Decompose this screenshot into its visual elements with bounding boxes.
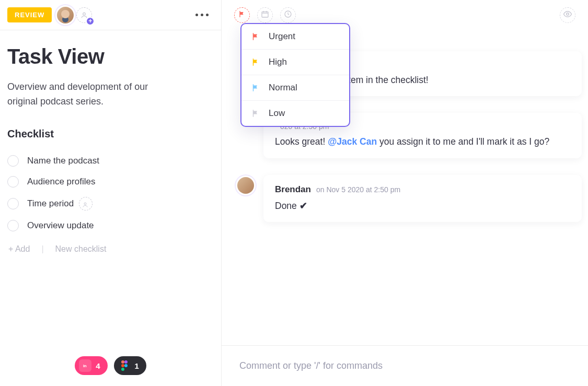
eye-icon	[563, 9, 572, 21]
comment-input[interactable]	[239, 360, 570, 371]
priority-label: Normal	[269, 83, 297, 93]
priority-option-normal[interactable]: Normal	[241, 75, 349, 101]
left-header: REVIEW +	[0, 0, 221, 30]
priority-option-urgent[interactable]: Urgent	[241, 24, 349, 50]
checkbox-icon[interactable]	[7, 198, 19, 209]
attachments-bar: in 4 1	[0, 345, 221, 386]
mention[interactable]: @Jack Can	[328, 136, 377, 147]
invision-attachment-pill[interactable]: in 4	[75, 356, 107, 375]
checkbox-icon[interactable]	[7, 176, 19, 188]
checklist-item[interactable]: Overview update	[7, 215, 214, 236]
checklist-item-label: Name the podcast	[27, 156, 99, 166]
checkmark-icon: ✔	[299, 201, 307, 211]
left-body: Task View Overview and development of ou…	[0, 30, 221, 345]
status-badge[interactable]: REVIEW	[7, 7, 52, 22]
flag-icon	[251, 83, 260, 92]
plus-icon: +	[86, 17, 95, 26]
flag-icon	[251, 32, 260, 41]
page-title: Task View	[7, 45, 214, 68]
figma-count: 1	[135, 361, 139, 370]
checklist-item[interactable]: Name the podcast	[7, 150, 214, 171]
flag-icon	[251, 57, 260, 67]
svg-point-6	[121, 364, 124, 367]
checklist-item-label: Overview update	[27, 220, 94, 231]
svg-point-4	[121, 360, 124, 364]
priority-option-low[interactable]: Low	[241, 101, 349, 126]
comment-author: Brendan	[275, 184, 311, 195]
divider: |	[41, 244, 43, 254]
priority-option-high[interactable]: High	[241, 50, 349, 75]
checklist-item-label: Audience profiles	[27, 177, 95, 187]
priority-label: High	[269, 57, 287, 67]
svg-point-8	[121, 368, 124, 371]
watchers-button[interactable]	[560, 7, 575, 23]
checklist-heading: Checklist	[7, 128, 214, 140]
more-icon	[195, 14, 198, 16]
comment-time: on Nov 5 2020 at 2:50 pm	[316, 185, 400, 194]
svg-point-7	[124, 364, 128, 367]
flag-icon	[251, 109, 260, 118]
checkbox-icon[interactable]	[7, 155, 19, 167]
svg-point-1	[84, 203, 86, 205]
clock-icon	[284, 10, 292, 20]
comment-text: Done ✔	[275, 199, 570, 213]
invision-count: 4	[96, 361, 100, 370]
comment-composer	[222, 345, 588, 386]
priority-label: Urgent	[269, 31, 295, 42]
checklist-item[interactable]: Time period	[7, 192, 214, 215]
priority-label: Low	[269, 108, 285, 119]
more-button[interactable]	[195, 14, 214, 16]
figma-attachment-pill[interactable]: 1	[114, 356, 146, 375]
svg-point-5	[124, 360, 128, 364]
svg-point-11	[567, 13, 569, 16]
checklist-actions: + Add | New checklist	[7, 236, 214, 254]
comment-avatar[interactable]	[237, 177, 254, 194]
task-left-pane: REVIEW + Task View Overview and developm…	[0, 0, 222, 386]
svg-point-0	[83, 13, 86, 15]
person-icon	[82, 200, 89, 207]
checklist-item[interactable]: Audience profiles	[7, 171, 214, 192]
priority-flag-button[interactable]	[234, 7, 250, 23]
calendar-icon	[261, 10, 269, 20]
comment-row: Brendan on Nov 5 2020 at 2:50 pm Done ✔	[237, 175, 582, 222]
priority-menu: Urgent High Normal Low	[240, 23, 350, 127]
due-date-button[interactable]	[257, 7, 273, 23]
assignee-avatar[interactable]	[57, 7, 74, 24]
time-tracking-button[interactable]	[280, 7, 296, 23]
invision-icon: in	[79, 359, 91, 372]
figma-icon	[118, 359, 131, 372]
comment-text: Looks great! @Jack Can you assign it to …	[275, 135, 570, 148]
flag-icon	[238, 10, 246, 20]
svg-text:in: in	[83, 364, 87, 368]
comment-bubble[interactable]: Brendan on Nov 5 2020 at 2:50 pm Done ✔	[263, 175, 582, 222]
add-checklist-item-button[interactable]: + Add	[8, 244, 30, 254]
svg-rect-9	[262, 11, 268, 17]
checklist-assignee-button[interactable]	[79, 197, 93, 210]
new-checklist-button[interactable]: New checklist	[55, 244, 107, 254]
page-description: Overview and development of our original…	[7, 80, 175, 109]
checkbox-icon[interactable]	[7, 220, 19, 231]
add-assignee-button[interactable]: +	[76, 7, 93, 24]
checklist-item-label: Time period	[27, 198, 74, 209]
